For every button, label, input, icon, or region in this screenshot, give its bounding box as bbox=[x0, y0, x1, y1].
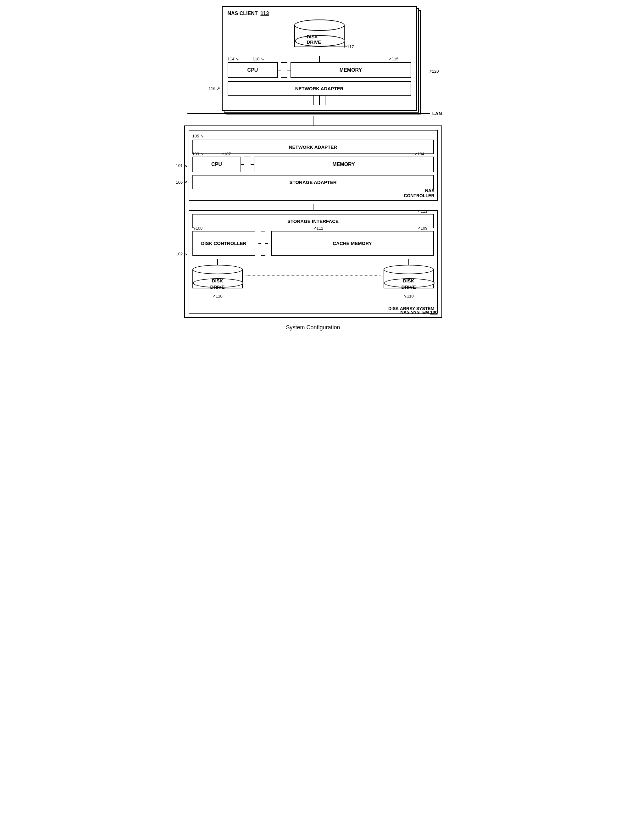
disk-array-box: 102 ↘ ↗111 STORAGE INTERFACE ↘108 bbox=[189, 210, 438, 313]
dd1-ref: ↗110 bbox=[212, 294, 222, 298]
disk-drive-label: DISK DRIVE bbox=[307, 34, 332, 45]
dd1-group: DISK DRIVE ↗110 bbox=[192, 259, 243, 298]
nas-ctrl-bus-ref: ↗107 bbox=[221, 152, 231, 156]
nas-ctrl-cpu-mem-row: 103 ↘ ↗107 ↗104 CPU bbox=[192, 157, 434, 172]
small-cyl-top1 bbox=[192, 265, 243, 274]
small-cyl-top2 bbox=[383, 265, 434, 274]
bus-line-l2 bbox=[241, 164, 244, 165]
nas-system-box: 105 ↘ NETWORK ADAPTER 103 ↘ ↗107 ↗104 bbox=[184, 125, 442, 318]
nas-controller-box: 105 ↘ NETWORK ADAPTER 103 ↘ ↗107 ↗104 bbox=[189, 130, 438, 201]
nas-ctrl-bus-connector bbox=[241, 157, 254, 172]
network-adapter-ref2: 105 ↘ bbox=[192, 134, 204, 138]
cpu-memory-row: 114 ↘ 118 ↘ ↗115 CPU bbox=[228, 62, 411, 78]
bus-line-left bbox=[278, 70, 281, 71]
bus-middle bbox=[281, 62, 287, 78]
lan-to-nas-connector bbox=[184, 116, 442, 125]
disk-drive1-cylinder: DISK DRIVE bbox=[192, 265, 243, 293]
nas-system-label: NAS SYSTEM 100 bbox=[400, 310, 437, 315]
bus-ref-label: 118 ↘ bbox=[253, 56, 264, 61]
cpu-box: CPU bbox=[228, 62, 278, 78]
nd-line2 bbox=[319, 96, 320, 105]
disk-array-outer-ref: 102 ↘ bbox=[176, 252, 188, 256]
bus-middle2 bbox=[244, 157, 250, 172]
dc-cm-row-wrap: ↘108 ↗112 ↗109 DISK CONTROLLER bbox=[192, 231, 434, 256]
cpu-memory-flex: CPU MEMORY bbox=[228, 62, 411, 78]
cpu-box2: CPU bbox=[192, 157, 241, 172]
nas-client-ref: 113 bbox=[260, 11, 269, 16]
vert-connector-disk bbox=[319, 56, 320, 62]
nas-controller-label: NASCONTROLLER bbox=[404, 188, 434, 198]
cpu-ref-label: 114 ↘ bbox=[228, 56, 239, 61]
cylinder-top bbox=[294, 19, 344, 31]
memory-box2: MEMORY bbox=[254, 157, 434, 172]
dotted-row bbox=[243, 259, 383, 276]
nas-ctrl-cpu-mem-flex: CPU MEMORY bbox=[192, 157, 434, 172]
dc-ref: ↘108 bbox=[192, 226, 203, 230]
bus-connector bbox=[278, 62, 291, 78]
nas-ctrl-outer-ref: 101 ↘ bbox=[176, 163, 188, 168]
cm-ref: ↗109 bbox=[417, 226, 427, 230]
disk-drives-row: DISK DRIVE ↗110 bbox=[192, 259, 434, 298]
lan-nas-vert bbox=[313, 116, 313, 125]
memory-ref-label: ↗115 bbox=[388, 56, 399, 61]
nd-line3 bbox=[325, 96, 326, 105]
network-down-lines bbox=[228, 96, 411, 105]
caption: System Configuration bbox=[286, 324, 340, 331]
dd2-line bbox=[408, 259, 409, 265]
sa-to-si-connector bbox=[189, 204, 438, 210]
storage-interface-ref: ↗111 bbox=[417, 209, 427, 213]
diagram: NAS CLIENT 113 DISK DRIVE bbox=[184, 6, 442, 318]
nas-ctrl-refs-row: 105 ↘ bbox=[192, 134, 434, 138]
disk-drive2-cylinder: DISK DRIVE bbox=[383, 265, 434, 293]
dc-bus-ref: ↗112 bbox=[313, 226, 324, 230]
disk-drive-cylinder: DISK DRIVE bbox=[294, 19, 344, 53]
storage-adapter-box: STORAGE ADAPTER bbox=[192, 175, 434, 189]
disk-drive-container: DISK DRIVE ↗117 bbox=[288, 19, 351, 53]
sa-si-vert bbox=[313, 204, 313, 210]
nas-ctrl-mem-ref: ↗104 bbox=[414, 152, 424, 156]
lan-ref-outside: ↗120 bbox=[429, 69, 439, 74]
dc-cm-bus bbox=[258, 231, 268, 256]
bus-line-right bbox=[287, 70, 291, 71]
dd1-label: DISK DRIVE bbox=[205, 278, 230, 290]
network-adapter-row: 116 ↗ NETWORK ADAPTER bbox=[228, 81, 411, 96]
dd1-line bbox=[217, 259, 218, 265]
dotted-line bbox=[246, 275, 380, 276]
memory-box: MEMORY bbox=[291, 62, 411, 78]
dd2-ref: ↘110 bbox=[404, 294, 414, 298]
dd2-group: DISK DRIVE ↘110 bbox=[383, 259, 434, 298]
nas-client-section: NAS CLIENT 113 DISK DRIVE bbox=[222, 6, 417, 111]
bus-line-r2 bbox=[250, 164, 254, 165]
lan-line bbox=[188, 113, 430, 114]
page-container: NAS CLIENT 113 DISK DRIVE bbox=[172, 6, 455, 331]
cache-memory-box: CACHE MEMORY bbox=[271, 231, 434, 256]
storage-adapter-row: 106 ↗ STORAGE ADAPTER bbox=[192, 175, 434, 189]
nas-client-card: NAS CLIENT 113 DISK DRIVE bbox=[222, 6, 417, 111]
lan-label: LAN bbox=[432, 111, 442, 116]
network-adapter-box: NETWORK ADAPTER bbox=[228, 81, 411, 96]
nd-line1 bbox=[313, 96, 314, 105]
nas-client-title: NAS CLIENT 113 bbox=[228, 11, 411, 16]
dc-cm-row: DISK CONTROLLER CACHE MEMORY bbox=[192, 231, 434, 256]
storage-adapter-ref: 106 ↗ bbox=[176, 180, 188, 185]
dd2-label: DISK DRIVE bbox=[396, 278, 421, 290]
nas-ctrl-cpu-ref: 103 ↘ bbox=[192, 152, 204, 156]
disk-drive-ref: ↗117 bbox=[344, 44, 354, 49]
lan-row: LAN bbox=[184, 111, 442, 116]
disk-controller-box: DISK CONTROLLER bbox=[192, 231, 255, 256]
network-adapter-ref-label: 116 ↗ bbox=[209, 86, 220, 91]
